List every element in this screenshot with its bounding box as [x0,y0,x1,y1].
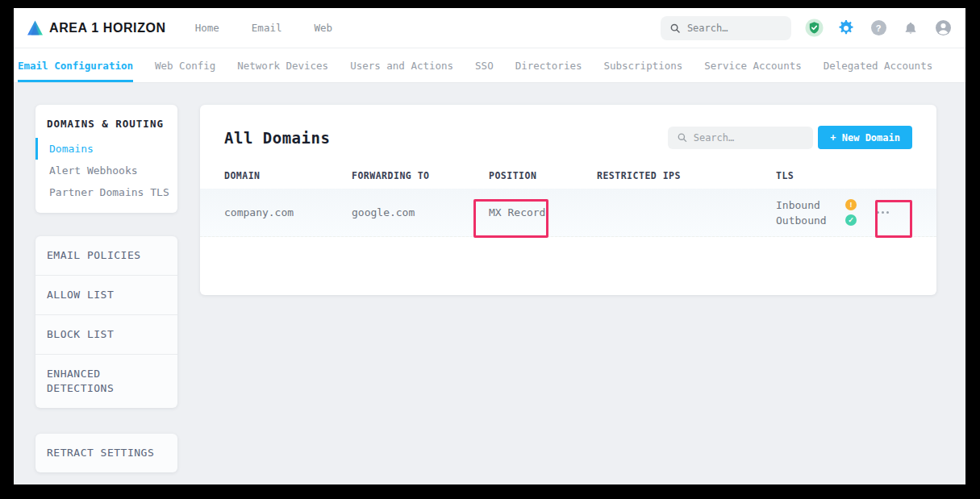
tls-inbound-label: Inbound [776,199,820,211]
settings-button[interactable] [836,19,856,38]
tab-delegated-accounts[interactable]: Delegated Accounts [824,48,932,82]
column-header-position: POSITION [489,170,597,181]
column-header-domain: DOMAIN [224,170,352,181]
top-nav-home[interactable]: Home [195,22,219,34]
bell-icon [903,21,918,35]
logo[interactable]: AREA 1 HORIZON [27,19,166,36]
top-nav-web[interactable]: Web [314,22,332,34]
warning-status-icon: ! [845,199,857,210]
retract-settings-card: RETRACT SETTINGS [35,434,177,472]
help-button[interactable]: ? [869,19,888,38]
tls-inbound: Inbound ! [776,199,857,211]
sidebar-item-email-policies[interactable]: EMAIL POLICIES [35,236,177,275]
tab-service-accounts[interactable]: Service Accounts [704,48,801,82]
sidebar-item-alert-webhooks[interactable]: Alert Webhooks [35,160,177,181]
table-row[interactable]: company.com google.com MX Record Inbound… [200,189,936,237]
account-button[interactable] [933,19,953,38]
column-header-forwarding-to: FORWARDING TO [352,170,489,181]
sidebar-item-block-list[interactable]: BLOCK LIST [35,314,177,354]
shield-check-icon [805,19,824,37]
sidebar-item-enhanced-detections[interactable]: ENHANCED DETECTIONS [35,354,177,408]
page-title: All Domains [224,129,330,147]
cell-forwarding-to: google.com [352,206,489,218]
domains-search[interactable] [668,127,813,149]
row-actions [872,206,912,218]
top-bar-right: ? [661,16,953,40]
panel-header: All Domains + New Domain [200,105,936,149]
content-area: DOMAINS & ROUTING Domains Alert Webhooks… [14,83,965,472]
policies-card: EMAIL POLICIES ALLOW LIST BLOCK LIST ENH… [35,236,177,408]
table-header-row: DOMAIN FORWARDING TO POSITION RESTRICTED… [200,170,936,181]
column-header-restricted-ips: RESTRICTED IPS [597,170,776,181]
global-search[interactable] [661,16,791,40]
notifications-button[interactable] [901,19,920,38]
tab-sso[interactable]: SSO [475,48,494,82]
global-search-input[interactable] [687,23,782,34]
sidebar: DOMAINS & ROUTING Domains Alert Webhooks… [35,105,177,472]
question-mark-icon: ? [871,20,886,35]
ellipsis-icon [877,211,879,214]
tab-web-config[interactable]: Web Config [155,48,215,82]
tab-network-devices[interactable]: Network Devices [237,48,328,82]
search-icon [670,23,680,34]
all-domains-panel: All Domains + New Domain DOMAIN FORWARDI… [200,105,936,295]
tab-subscriptions[interactable]: Subscriptions [603,48,682,82]
user-avatar-icon [935,19,952,36]
sidebar-item-domains[interactable]: Domains [35,138,177,160]
gear-icon [838,20,854,36]
sidebar-item-partner-domains-tls[interactable]: Partner Domains TLS [35,181,177,203]
cell-domain: company.com [224,206,352,218]
sidebar-item-retract-settings[interactable]: RETRACT SETTINGS [35,434,177,472]
tab-users-and-actions[interactable]: Users and Actions [350,48,453,82]
cell-position: MX Record [489,206,597,218]
top-nav-email[interactable]: Email [252,22,282,34]
area1-triangle-logo-icon [27,19,44,36]
new-domain-button[interactable]: + New Domain [818,126,912,149]
security-status-button[interactable] [804,19,824,38]
tab-directories[interactable]: Directories [515,48,582,82]
config-tabs: Email Configuration Web Config Network D… [14,48,965,83]
column-header-tls: TLS [776,170,857,181]
check-status-icon: ✓ [845,214,857,226]
more-options-button[interactable] [872,206,894,218]
tab-email-configuration[interactable]: Email Configuration [18,48,133,82]
sidebar-item-allow-list[interactable]: ALLOW LIST [35,275,177,314]
cell-tls: Inbound ! Outbound ✓ [776,199,857,227]
domains-routing-card: DOMAINS & ROUTING Domains Alert Webhooks… [35,105,177,213]
tls-outbound: Outbound ✓ [776,214,857,227]
top-nav: Home Email Web [195,22,332,34]
logo-text: AREA 1 HORIZON [49,21,166,35]
top-bar: AREA 1 HORIZON Home Email Web [14,8,965,48]
sidebar-section-title: DOMAINS & ROUTING [35,105,177,138]
tls-outbound-label: Outbound [776,214,827,227]
search-icon [678,132,686,143]
domains-search-input[interactable] [694,132,804,143]
app-window: AREA 1 HORIZON Home Email Web [14,8,965,484]
